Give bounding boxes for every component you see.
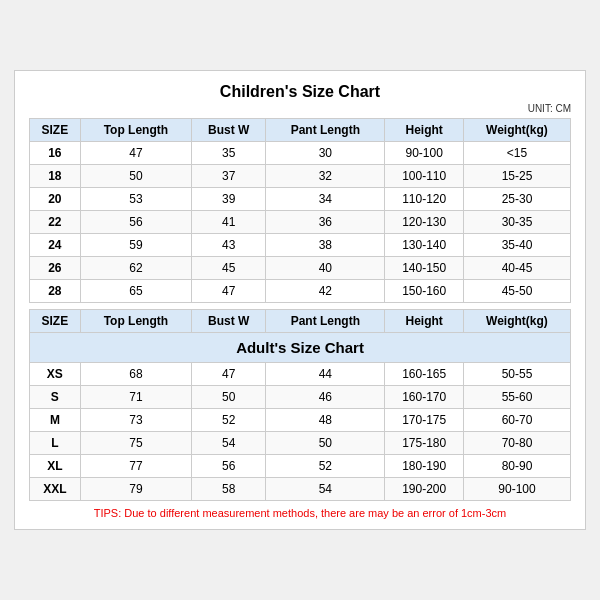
table-row: S715046160-17055-60 <box>30 386 571 409</box>
table-row: M735248170-17560-70 <box>30 409 571 432</box>
adult-col-header-weight: Weight(kg) <box>463 310 570 333</box>
table-row: 26624540140-15040-45 <box>30 257 571 280</box>
adult-col-header-height: Height <box>385 310 464 333</box>
table-row: L755450175-18070-80 <box>30 432 571 455</box>
col-header-weight: Weight(kg) <box>463 119 570 142</box>
adult-col-header-pant-length: Pant Length <box>266 310 385 333</box>
adult-title: Adult's Size Chart <box>30 333 571 363</box>
table-row: 28654742150-16045-50 <box>30 280 571 303</box>
table-row: XXL795854190-20090-100 <box>30 478 571 501</box>
tips-text: TIPS: Due to different measurement metho… <box>29 507 571 519</box>
col-header-height: Height <box>385 119 464 142</box>
table-row: XS684744160-16550-55 <box>30 363 571 386</box>
chart-container: Children's Size Chart UNIT: CM SIZE Top … <box>14 70 586 530</box>
adult-col-header-top-length: Top Length <box>80 310 191 333</box>
children-title: Children's Size Chart <box>29 83 571 101</box>
col-header-bust-w: Bust W <box>192 119 266 142</box>
adult-col-header-bust-w: Bust W <box>192 310 266 333</box>
table-row: 22564136120-13030-35 <box>30 211 571 234</box>
table-row: 24594338130-14035-40 <box>30 234 571 257</box>
adult-col-header-size: SIZE <box>30 310 81 333</box>
table-row: 18503732100-11015-25 <box>30 165 571 188</box>
col-header-pant-length: Pant Length <box>266 119 385 142</box>
adult-size-table: Adult's Size Chart SIZE Top Length Bust … <box>29 309 571 501</box>
col-header-size: SIZE <box>30 119 81 142</box>
table-row: 1647353090-100<15 <box>30 142 571 165</box>
unit-label: UNIT: CM <box>29 103 571 114</box>
col-header-top-length: Top Length <box>80 119 191 142</box>
children-size-table: SIZE Top Length Bust W Pant Length Heigh… <box>29 118 571 303</box>
table-row: 20533934110-12025-30 <box>30 188 571 211</box>
table-row: XL775652180-19080-90 <box>30 455 571 478</box>
